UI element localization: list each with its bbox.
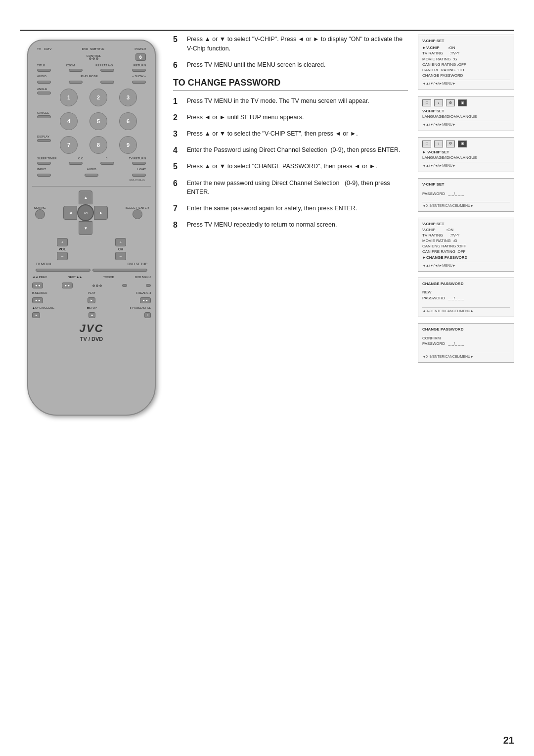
cc-button[interactable] <box>69 162 83 165</box>
change-step-4-num: 4 <box>173 145 183 155</box>
gear-icon2: ⚙ <box>446 141 455 147</box>
num-5-button[interactable]: 5 <box>89 112 107 130</box>
power-button[interactable]: ⏻ <box>135 53 146 61</box>
repeat-ab-button[interactable] <box>100 69 114 72</box>
vol-plus-button[interactable]: + <box>57 238 68 246</box>
dvd-menu-button[interactable] <box>146 284 151 287</box>
next-label: NEXT ►► <box>68 276 82 279</box>
screen-changepw-row-tvrating: TV RATING :TV-Y <box>422 233 510 238</box>
change-step-4: 4 Enter the Password using Direct Channe… <box>173 145 408 155</box>
main-content: 5 Press ▲ or ▼ to select "V-CHIP". Press… <box>173 35 514 736</box>
remote-control: TV CATV DVD SUBTITLE POWER CONTROL ⏻ <box>20 40 163 425</box>
display-label: DISPLAY <box>37 135 49 138</box>
cancel-button[interactable] <box>37 115 51 118</box>
change-step-5-num: 5 <box>173 162 183 171</box>
audio2-button[interactable] <box>85 174 98 177</box>
screen-changepw-row-vchip: V-CHIP :ON <box>422 227 510 233</box>
display-button[interactable] <box>37 139 51 142</box>
sleep-timer-button[interactable] <box>37 162 51 165</box>
play-mode-button[interactable] <box>69 81 83 84</box>
zoom-button[interactable] <box>69 69 83 72</box>
light-button[interactable] <box>132 174 146 177</box>
screen-icons-header2: □ ♪ ⚙ ▣ <box>422 141 510 147</box>
pause-still-button[interactable]: II <box>144 312 151 318</box>
angle-button[interactable] <box>37 92 51 94</box>
change-step-2-num: 2 <box>173 113 183 122</box>
light-label: LIGHT <box>137 168 146 171</box>
play-label: PLAY <box>88 291 95 294</box>
prev-button[interactable]: ◄◄ <box>32 283 43 288</box>
num-2-button[interactable]: 2 <box>89 89 107 106</box>
num-9-button[interactable]: 9 <box>119 136 137 154</box>
b-search-button[interactable]: ◄◄ <box>32 297 43 303</box>
dpad-left-button[interactable]: ◄ <box>63 206 77 220</box>
open-close-button[interactable]: ▲ <box>32 312 40 318</box>
num-1-button[interactable]: 1 <box>60 89 78 106</box>
angle-label: ANGLE <box>37 88 47 91</box>
slow-plus-button[interactable] <box>132 81 146 84</box>
change-step-7-text: Enter the same password again for safety… <box>187 204 408 213</box>
step-5-num: 5 <box>173 35 183 53</box>
open-close-label: ▲OPEN/CLOSE <box>32 306 54 309</box>
vol-minus-button[interactable]: – <box>57 252 68 260</box>
f-search-button[interactable]: ►► <box>140 297 151 303</box>
next-button[interactable]: ►► <box>62 283 73 288</box>
screen-changepw-row-arrow: ►CHANGE PASSWORD <box>422 255 510 260</box>
tv-return-button[interactable] <box>132 162 146 165</box>
tv-label: TV <box>37 47 41 50</box>
zero-button[interactable] <box>100 162 114 165</box>
tv-icon1: □ <box>422 99 431 106</box>
stop-button[interactable]: ■ <box>89 312 95 318</box>
num-6-button[interactable]: 6 <box>119 112 137 130</box>
screen-setup-nav2: ◄▲/▼/◄/►MENU► <box>422 162 510 169</box>
play-button[interactable]: ► <box>88 297 95 303</box>
dvd-setup-button[interactable] <box>92 269 147 272</box>
num-7-button[interactable]: 7 <box>60 136 78 154</box>
dpad-right-button[interactable]: ► <box>94 206 108 220</box>
screen-vchip-row-changepw: CHANGE PASSWORD <box>422 73 510 78</box>
music-icon2: ♪ <box>434 141 443 147</box>
subtitle-label: SUBTITLE <box>90 47 104 50</box>
audio2-label: AUDIO <box>87 168 96 171</box>
audio-button[interactable] <box>37 81 51 84</box>
step-5-text: Press ▲ or ▼ to select "V-CHIP". Press ◄… <box>187 35 408 53</box>
b-search-label: B.SEARCH <box>32 291 47 294</box>
num-8-button[interactable]: 8 <box>89 136 107 154</box>
tv-dvd-button[interactable] <box>122 284 127 287</box>
slow-minus-label: – SLOW + <box>132 75 146 78</box>
ch-minus-button[interactable]: – <box>115 252 126 260</box>
tv-menu-button[interactable] <box>36 269 90 272</box>
title-label: TITLE <box>37 64 45 67</box>
music-icon1: ♪ <box>434 99 443 106</box>
dpad-up-button[interactable]: ▲ <box>79 190 92 204</box>
dpad-down-button[interactable]: ▼ <box>79 221 92 235</box>
ch-label: CH <box>118 247 123 251</box>
screen-vchip-row-canfre: CAN FRE RATING :OFF <box>422 67 510 73</box>
page-number: 21 <box>503 735 514 746</box>
sleep-timer-label: SLEEP TIMER <box>37 157 56 160</box>
change-step-7: 7 Enter the same password again for safe… <box>173 204 408 213</box>
vol-label: VOL <box>59 247 66 251</box>
num-3-button[interactable]: 3 <box>119 89 137 106</box>
section-heading: TO CHANGE PASSWORD <box>173 78 408 91</box>
num-4-button[interactable]: 4 <box>60 112 78 130</box>
power-label: POWER <box>134 47 146 50</box>
zero-label: 0 <box>106 157 107 160</box>
step-6-num: 6 <box>173 60 183 70</box>
tv-icon2: □ <box>422 141 431 147</box>
title-button[interactable] <box>37 69 51 72</box>
dpad-center-button[interactable]: CH <box>77 204 94 221</box>
select-enter-button[interactable] <box>133 209 142 219</box>
step-6-text: Press TV MENU until the MENU screen is c… <box>187 60 408 70</box>
screen-newpw-new-label: NEW <box>422 289 510 295</box>
screen-confirmpw-title: CHANGE PASSWORD <box>422 327 510 332</box>
muting-button[interactable] <box>35 209 45 219</box>
return-button[interactable] <box>132 69 146 72</box>
ch-plus-button[interactable]: + <box>115 238 127 246</box>
input-button[interactable] <box>37 174 51 177</box>
change-step-8-text: Press TV MENU repeatedly to return to no… <box>187 220 408 230</box>
stop-label: ■STOP <box>87 306 97 309</box>
screen-newpw-title: CHANGE PASSWORD <box>422 281 510 286</box>
screen-changepw-row-movie: MOVIE RATING :G <box>422 238 510 243</box>
slow-minus-button[interactable] <box>100 81 114 84</box>
